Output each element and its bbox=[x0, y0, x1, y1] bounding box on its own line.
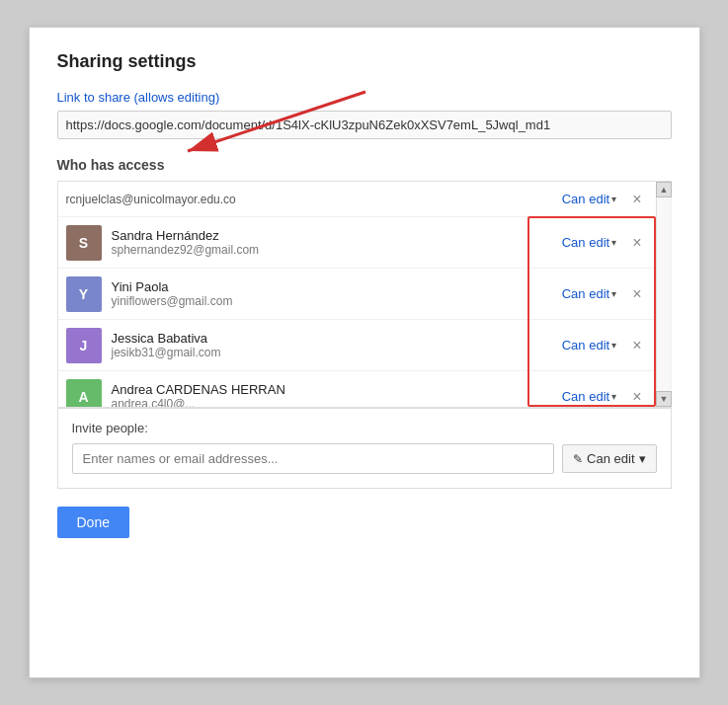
can-edit-btn-3[interactable]: Can edit ▾ bbox=[556, 385, 622, 408]
dialog-title: Sharing settings bbox=[57, 51, 672, 72]
partial-email: rcnjuelclas@unicolmayor.edu.co bbox=[66, 193, 556, 206]
table-row: S Sandra Hernández sphernandez92@gmail.c… bbox=[58, 217, 656, 269]
can-edit-btn-1[interactable]: Can edit ▾ bbox=[556, 282, 622, 305]
invite-label: Invite people: bbox=[72, 421, 657, 435]
person-name: Jessica Babativa bbox=[112, 331, 556, 346]
caret-icon: ▾ bbox=[639, 451, 646, 466]
remove-btn-1[interactable]: × bbox=[626, 283, 647, 305]
person-name: Andrea CARDENAS HERRAN bbox=[112, 382, 556, 397]
person-email: yiniflowers@gmail.com bbox=[112, 294, 556, 308]
remove-btn-2[interactable]: × bbox=[626, 335, 647, 356]
caret-icon: ▾ bbox=[611, 391, 616, 402]
partial-row: rcnjuelclas@unicolmayor.edu.co Can edit … bbox=[58, 182, 656, 217]
table-row: J Jessica Babativa jesikb31@gmail.com Ca… bbox=[58, 320, 656, 371]
partial-remove-btn[interactable]: × bbox=[626, 189, 647, 210]
table-row: Y Yini Paola yiniflowers@gmail.com Can e… bbox=[58, 269, 656, 320]
invite-section: Invite people: ✎ Can edit ▾ bbox=[57, 408, 672, 489]
invite-permission-btn[interactable]: ✎ Can edit ▾ bbox=[562, 444, 656, 473]
avatar: A bbox=[66, 379, 102, 409]
who-has-access-label: Who has access bbox=[57, 157, 672, 173]
scrollbar-down-btn[interactable]: ▼ bbox=[656, 391, 672, 407]
access-list: rcnjuelclas@unicolmayor.edu.co Can edit … bbox=[58, 182, 656, 408]
scrollbar-up-btn[interactable]: ▲ bbox=[656, 182, 672, 197]
table-row: A Andrea CARDENAS HERRAN andrea.c4l0@...… bbox=[58, 371, 656, 408]
partial-can-edit-btn[interactable]: Can edit ▾ bbox=[556, 188, 622, 210]
can-edit-btn-0[interactable]: Can edit ▾ bbox=[556, 231, 622, 254]
caret-icon: ▾ bbox=[611, 194, 616, 204]
link-label: Link to share (allows editing) bbox=[57, 90, 672, 105]
person-email: sphernandez92@gmail.com bbox=[112, 243, 556, 257]
sharing-settings-dialog: Sharing settings Link to share (allows e… bbox=[29, 27, 700, 678]
person-name: Yini Paola bbox=[112, 279, 556, 294]
caret-icon: ▾ bbox=[611, 340, 616, 351]
invite-row: ✎ Can edit ▾ bbox=[72, 443, 657, 474]
invite-input[interactable] bbox=[72, 443, 555, 474]
person-info: Yini Paola yiniflowers@gmail.com bbox=[112, 279, 556, 308]
person-name: Sandra Hernández bbox=[112, 228, 556, 243]
pencil-icon: ✎ bbox=[573, 452, 583, 466]
done-button[interactable]: Done bbox=[57, 507, 129, 538]
share-link-input[interactable] bbox=[57, 111, 672, 139]
remove-btn-0[interactable]: × bbox=[626, 232, 647, 254]
person-email: andrea.c4l0@... bbox=[112, 397, 556, 408]
avatar: S bbox=[66, 225, 102, 261]
scrollbar[interactable]: ▲ ▼ bbox=[656, 182, 672, 407]
remove-btn-3[interactable]: × bbox=[626, 386, 647, 408]
avatar: Y bbox=[66, 276, 102, 312]
scrollbar-track[interactable] bbox=[657, 197, 671, 391]
person-email: jesikb31@gmail.com bbox=[112, 346, 556, 359]
access-list-container: rcnjuelclas@unicolmayor.edu.co Can edit … bbox=[57, 181, 672, 408]
avatar: J bbox=[66, 328, 102, 363]
person-info: Andrea CARDENAS HERRAN andrea.c4l0@... bbox=[112, 382, 556, 408]
person-info: Jessica Babativa jesikb31@gmail.com bbox=[112, 331, 556, 359]
caret-icon: ▾ bbox=[611, 237, 616, 248]
caret-icon: ▾ bbox=[611, 288, 616, 299]
can-edit-btn-2[interactable]: Can edit ▾ bbox=[556, 334, 622, 356]
person-info: Sandra Hernández sphernandez92@gmail.com bbox=[112, 228, 556, 257]
